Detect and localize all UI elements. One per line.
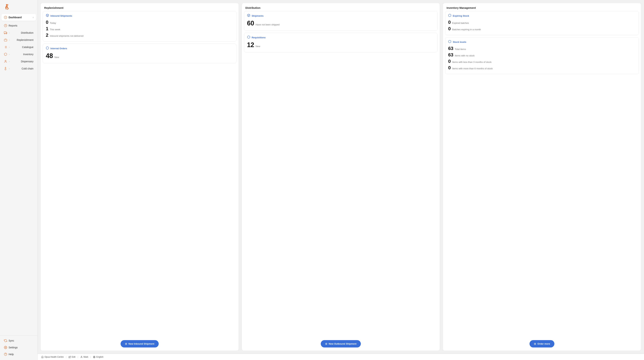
- catalogue-expand-icon: ›: [9, 46, 10, 48]
- dispensary-expand-icon: ›: [9, 60, 10, 63]
- dispensary-icon: [4, 60, 7, 63]
- sidebar-item-dashboard[interactable]: Dashboard ›: [2, 14, 36, 21]
- sidebar-item-reports[interactable]: Reports: [2, 22, 36, 29]
- shipments-count-row: 60 Have not been shipped: [247, 20, 435, 27]
- sidebar-item-catalogue[interactable]: › Catalogue: [2, 44, 36, 51]
- footer-language-group[interactable]: English: [93, 356, 103, 358]
- svg-point-14: [5, 347, 6, 348]
- order-more-label: Order more: [538, 342, 550, 345]
- new-outbound-shipment-button[interactable]: ⊕ New Outbound Shipment: [321, 340, 361, 347]
- edit-icon: [68, 356, 71, 358]
- app-logo-icon: $: [3, 3, 11, 11]
- internal-orders-sub-label: New: [54, 56, 59, 59]
- svg-point-13: [5, 60, 6, 61]
- sidebar-item-sync[interactable]: Sync: [2, 337, 36, 344]
- requisitions-card[interactable]: Requisitions 12 New: [244, 33, 438, 52]
- inbound-shipments-card[interactable]: Inbound Shipments 0 Today 1 This week 2 …: [43, 11, 236, 42]
- new-inbound-shipment-button[interactable]: ⊕ New Inbound Shipment: [120, 340, 158, 347]
- inbound-not-delivered-row: 2 Inbound shipments not delivered: [46, 32, 234, 38]
- svg-point-19: [81, 356, 82, 357]
- nav-arrow-icon: ›: [33, 16, 34, 19]
- internal-orders-icon: [46, 46, 49, 50]
- expired-batches-label: Expired batches: [452, 22, 469, 24]
- internal-orders-count: 48: [46, 52, 53, 60]
- distribution-action: ⊕ New Outbound Shipment: [242, 340, 440, 347]
- sidebar-item-settings[interactable]: Settings: [2, 344, 36, 351]
- distribution-title: Distribution: [242, 3, 440, 11]
- internal-orders-header: Internal Orders: [46, 46, 234, 50]
- inventory-management-body: Expiring Stock 0 Expired batches 0 Batch…: [443, 11, 641, 351]
- footer-location: Opua Health Centre: [44, 356, 64, 358]
- footer-edit-group[interactable]: Edit: [68, 356, 76, 358]
- no-stock-count: 63: [448, 52, 453, 58]
- expired-batches-count: 0: [448, 20, 450, 25]
- inbound-shipments-label: Inbound Shipments: [50, 15, 72, 17]
- expiring-batches-label: Batches expiring in a month: [452, 28, 481, 31]
- shipments-card[interactable]: Shipments 60 Have not been shipped: [244, 11, 438, 31]
- order-more-button[interactable]: ⊕ Order more: [530, 340, 554, 347]
- mark-icon: [80, 356, 83, 358]
- replenishment-title: Replenishment: [40, 3, 239, 11]
- inbound-today-label: Today: [50, 22, 56, 24]
- cold-chain-icon: [4, 67, 7, 70]
- inbound-shipments-header: Inbound Shipments: [46, 14, 234, 18]
- inbound-week-count: 1: [46, 26, 48, 32]
- sidebar-item-distribution-label: Distribution: [21, 31, 34, 34]
- shipments-icon: [247, 14, 250, 18]
- order-more-plus-icon: ⊕: [534, 342, 536, 345]
- sidebar-item-catalogue-label: Catalogue: [22, 46, 34, 49]
- expiring-stock-card[interactable]: Expiring Stock 0 Expired batches 0 Batch…: [445, 11, 639, 35]
- requisitions-icon: [247, 36, 250, 39]
- less-3m-label: Items with less than 3 months of stock: [452, 61, 492, 63]
- stock-levels-header: Stock levels: [448, 40, 636, 44]
- sidebar-item-replenishment[interactable]: › Replenishment: [2, 37, 36, 43]
- sidebar-item-inventory-label: Inventory: [23, 53, 34, 56]
- new-inbound-plus-icon: ⊕: [125, 342, 127, 345]
- footer-mark-group[interactable]: Mark: [80, 356, 88, 358]
- less-3m-row: 0 Items with less than 3 months of stock: [448, 59, 636, 64]
- no-stock-label: Items with no stock: [455, 54, 474, 57]
- svg-rect-4: [4, 32, 6, 33]
- svg-point-5: [4, 33, 5, 34]
- help-label: Help: [8, 353, 14, 356]
- sidebar-item-dispensary[interactable]: › Dispensary: [2, 58, 36, 65]
- inventory-management-action: ⊕ Order more: [443, 340, 641, 347]
- internal-orders-card[interactable]: Internal Orders 48 New: [43, 44, 236, 63]
- sync-icon: [4, 339, 7, 342]
- sync-label: Sync: [8, 339, 14, 342]
- distribution-icon: [4, 31, 7, 34]
- sidebar-item-label: Dashboard: [8, 16, 22, 19]
- settings-icon: [4, 346, 7, 349]
- inventory-management-title: Inventory Management: [443, 3, 641, 11]
- sidebar-item-reports-label: Reports: [8, 24, 17, 27]
- stock-levels-card[interactable]: Stock levels 63 Total items 63 Items wit…: [445, 37, 639, 74]
- sidebar-item-cold-chain[interactable]: › Cold chain: [2, 65, 36, 72]
- stock-levels-icon: [448, 40, 451, 44]
- cold-chain-expand-icon: ›: [9, 68, 10, 70]
- sidebar-item-inventory[interactable]: › Inventory: [2, 51, 36, 58]
- inventory-management-panel: Inventory Management Expiring Stock 0: [443, 3, 641, 351]
- sidebar-item-help[interactable]: Help: [2, 351, 36, 357]
- footer-mark-label: Mark: [84, 356, 88, 358]
- requisitions-count: 12: [247, 41, 254, 49]
- svg-text:$: $: [8, 4, 8, 6]
- dashboard-grid: Replenishment Inbound Shipments: [38, 0, 644, 354]
- sidebar-bottom: Sync Settings Help: [0, 335, 38, 360]
- inbound-today-count: 0: [46, 20, 48, 25]
- expiring-stock-icon: [448, 14, 451, 18]
- more-6m-count: 0: [448, 65, 450, 71]
- new-outbound-label: New Outbound Shipment: [328, 342, 356, 345]
- dashboard-icon: [4, 16, 7, 19]
- stock-levels-label: Stock levels: [453, 41, 466, 43]
- footer-language-label: English: [96, 356, 103, 358]
- shipments-header: Shipments: [247, 14, 435, 18]
- help-icon: [4, 353, 7, 356]
- expiring-batches-count: 0: [448, 26, 450, 32]
- sidebar-item-distribution[interactable]: › Distribution: [2, 29, 36, 36]
- inbound-today-row: 0 Today: [46, 20, 234, 25]
- inventory-expand-icon: ›: [9, 53, 10, 55]
- footer-bar: Opua Health Centre | Edit | Mark | Engli…: [38, 354, 644, 360]
- distribution-body: Shipments 60 Have not been shipped: [242, 11, 440, 351]
- more-6m-label: Items with more than 6 months of stock: [452, 67, 493, 70]
- logo: $: [0, 0, 38, 14]
